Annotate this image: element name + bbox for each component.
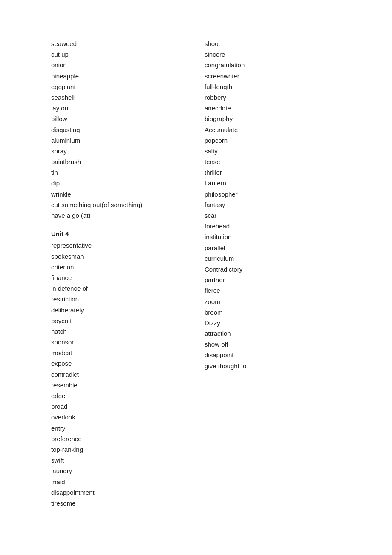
list-item: salty [205,146,341,156]
list-item: pillow [51,113,187,124]
list-item: sponsor [51,337,187,347]
list-item: biography [205,113,341,124]
list-item: Lantern [205,178,341,188]
list-item: aluminium [51,135,187,146]
word-columns: seaweedcut uponionpineappleeggplantseash… [51,38,341,509]
list-item: Dizzy [205,318,341,328]
list-item: forehead [205,221,341,231]
list-item: wrinkle [51,189,187,199]
list-item: restriction [51,294,187,304]
list-item: in defence of [51,283,187,294]
list-item: popcorn [205,135,341,146]
list-item: give thought to [205,361,341,371]
list-item: dip [51,178,187,188]
list-item: swift [51,455,187,465]
list-item: show off [205,339,341,350]
list-item: full-length [205,81,341,92]
list-item: partner [205,275,341,285]
list-item: thriller [205,167,341,178]
list-item: maid [51,477,187,487]
list-item: top-ranking [51,444,187,455]
list-item: robbery [205,92,341,103]
list-item: philosopher [205,189,341,199]
list-item: Contradictory [205,264,341,275]
right-column: shootsincerecongratulationscreenwriterfu… [196,38,341,509]
list-item: spokesman [51,251,187,262]
list-item: seaweed [51,38,187,49]
list-item: paintbrush [51,156,187,167]
list-item: spray [51,146,187,156]
list-item: criterion [51,262,187,272]
list-item: shoot [205,38,341,49]
list-item: fierce [205,285,341,296]
list-item: resemble [51,380,187,390]
list-item: tin [51,167,187,178]
list-item: institution [205,231,341,242]
list-item: pineapple [51,71,187,81]
list-item: screenwriter [205,71,341,81]
list-item: Accumulate [205,124,341,135]
list-item: lay out [51,103,187,113]
list-item: sincere [205,49,341,60]
list-item: preference [51,434,187,444]
list-item: tense [205,156,341,167]
list-item: curriculum [205,253,341,264]
page: seaweedcut uponionpineappleeggplantseash… [0,0,392,547]
list-item: boycott [51,315,187,326]
list-item: seashell [51,92,187,103]
list-item: onion [51,60,187,70]
list-item: broad [51,401,187,412]
list-item: deliberately [51,305,187,315]
list-item: edge [51,390,187,401]
list-item: hatch [51,326,187,337]
left-column: seaweedcut uponionpineappleeggplantseash… [51,38,196,509]
list-item: cut something out(of something) [51,199,187,210]
list-item: broom [205,307,341,318]
list-item: congratulation [205,60,341,70]
list-item: contradict [51,369,187,380]
list-item: anecdote [205,103,341,113]
list-item: scar [205,210,341,221]
list-item: entry [51,423,187,434]
list-item: have a go (at) [51,210,187,221]
list-item: fantasy [205,199,341,210]
list-item: parallel [205,243,341,253]
list-item: attraction [205,328,341,339]
list-item: disappoint [205,350,341,360]
list-item: representative [51,240,187,251]
list-item: disgusting [51,124,187,135]
unit-heading: Unit 4 [51,228,187,239]
list-item: expose [51,358,187,369]
list-item: modest [51,347,187,358]
list-item: overlook [51,412,187,422]
list-item: eggplant [51,81,187,92]
list-item: cut up [51,49,187,60]
list-item: zoom [205,296,341,307]
list-item: finance [51,272,187,283]
list-item: disappointment [51,487,187,498]
list-item: tiresome [51,498,187,509]
list-item: laundry [51,465,187,476]
